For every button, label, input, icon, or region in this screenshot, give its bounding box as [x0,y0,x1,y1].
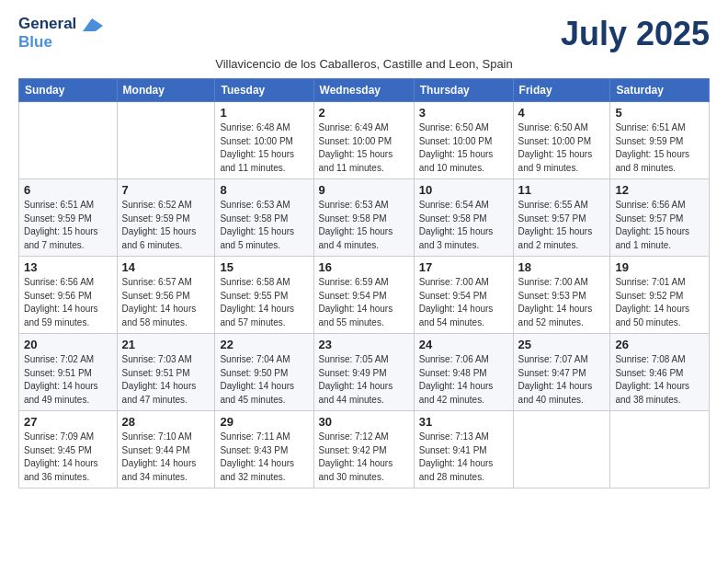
calendar-cell: 29Sunrise: 7:11 AM Sunset: 9:43 PM Dayli… [215,411,313,488]
calendar-cell [610,411,710,488]
day-info: Sunrise: 6:56 AM Sunset: 9:57 PM Dayligh… [615,199,704,252]
day-number: 15 [220,260,308,274]
day-number: 25 [518,338,606,351]
logo: General Blue [18,15,103,51]
svg-marker-0 [83,18,103,31]
weekday-header-sunday: Sunday [19,79,118,102]
calendar-cell: 17Sunrise: 7:00 AM Sunset: 9:54 PM Dayli… [414,257,513,334]
day-info: Sunrise: 6:50 AM Sunset: 10:00 PM Daylig… [518,121,606,175]
day-info: Sunrise: 7:05 AM Sunset: 9:49 PM Dayligh… [319,353,409,407]
calendar-cell: 7Sunrise: 6:52 AM Sunset: 9:59 PM Daylig… [117,179,215,257]
day-number: 22 [220,338,308,351]
calendar-cell: 27Sunrise: 7:09 AM Sunset: 9:45 PM Dayli… [19,411,118,488]
day-number: 26 [615,338,704,351]
logo-text: General [18,15,103,33]
calendar-cell: 6Sunrise: 6:51 AM Sunset: 9:59 PM Daylig… [19,179,118,257]
day-info: Sunrise: 6:56 AM Sunset: 9:56 PM Dayligh… [24,276,112,329]
day-number: 14 [122,260,210,274]
logo-subtext: Blue [18,33,52,52]
day-info: Sunrise: 6:58 AM Sunset: 9:55 PM Dayligh… [220,276,308,329]
calendar-table: SundayMondayTuesdayWednesdayThursdayFrid… [18,78,710,488]
calendar-cell: 9Sunrise: 6:53 AM Sunset: 9:58 PM Daylig… [313,179,414,257]
day-number: 13 [24,260,112,274]
calendar-cell [513,411,610,488]
calendar-cell: 23Sunrise: 7:05 AM Sunset: 9:49 PM Dayli… [313,334,414,411]
day-number: 7 [122,183,210,197]
day-info: Sunrise: 7:04 AM Sunset: 9:50 PM Dayligh… [220,353,308,407]
day-number: 18 [518,260,606,274]
day-info: Sunrise: 6:51 AM Sunset: 9:59 PM Dayligh… [615,121,704,175]
weekday-header-saturday: Saturday [610,79,710,102]
weekday-header-friday: Friday [513,79,610,102]
day-number: 21 [122,338,210,351]
day-info: Sunrise: 6:48 AM Sunset: 10:00 PM Daylig… [220,121,308,175]
calendar-cell: 14Sunrise: 6:57 AM Sunset: 9:56 PM Dayli… [117,257,215,334]
calendar-cell: 21Sunrise: 7:03 AM Sunset: 9:51 PM Dayli… [117,334,215,411]
calendar-cell: 1Sunrise: 6:48 AM Sunset: 10:00 PM Dayli… [215,102,313,179]
calendar-cell [19,102,118,179]
calendar-cell: 26Sunrise: 7:08 AM Sunset: 9:46 PM Dayli… [610,334,710,411]
calendar-cell: 30Sunrise: 7:12 AM Sunset: 9:42 PM Dayli… [313,411,414,488]
calendar-cell: 4Sunrise: 6:50 AM Sunset: 10:00 PM Dayli… [513,102,610,179]
day-number: 3 [419,106,508,120]
day-number: 12 [615,183,704,197]
day-number: 23 [319,338,409,351]
calendar-cell: 24Sunrise: 7:06 AM Sunset: 9:48 PM Dayli… [414,334,513,411]
day-number: 5 [615,106,704,120]
day-info: Sunrise: 6:53 AM Sunset: 9:58 PM Dayligh… [319,199,409,252]
calendar-cell: 15Sunrise: 6:58 AM Sunset: 9:55 PM Dayli… [215,257,313,334]
calendar-cell: 28Sunrise: 7:10 AM Sunset: 9:44 PM Dayli… [117,411,215,488]
day-info: Sunrise: 7:08 AM Sunset: 9:46 PM Dayligh… [615,353,704,407]
day-info: Sunrise: 7:01 AM Sunset: 9:52 PM Dayligh… [615,276,704,329]
day-info: Sunrise: 7:12 AM Sunset: 9:42 PM Dayligh… [319,431,409,484]
weekday-header-wednesday: Wednesday [313,79,414,102]
calendar-cell: 12Sunrise: 6:56 AM Sunset: 9:57 PM Dayli… [610,179,710,257]
weekday-header-thursday: Thursday [414,79,513,102]
calendar-cell: 11Sunrise: 6:55 AM Sunset: 9:57 PM Dayli… [513,179,610,257]
calendar-cell: 19Sunrise: 7:01 AM Sunset: 9:52 PM Dayli… [610,257,710,334]
calendar-cell: 25Sunrise: 7:07 AM Sunset: 9:47 PM Dayli… [513,334,610,411]
day-info: Sunrise: 6:57 AM Sunset: 9:56 PM Dayligh… [122,276,210,329]
day-number: 8 [220,183,308,197]
day-info: Sunrise: 7:10 AM Sunset: 9:44 PM Dayligh… [122,431,210,484]
day-number: 1 [220,106,308,120]
day-info: Sunrise: 6:54 AM Sunset: 9:58 PM Dayligh… [419,199,508,252]
day-info: Sunrise: 6:51 AM Sunset: 9:59 PM Dayligh… [24,199,112,252]
day-info: Sunrise: 6:50 AM Sunset: 10:00 PM Daylig… [419,121,508,175]
month-title: July 2025 [561,15,710,53]
day-number: 20 [24,338,112,351]
day-number: 28 [122,415,210,429]
day-info: Sunrise: 7:02 AM Sunset: 9:51 PM Dayligh… [24,353,112,407]
calendar-cell: 10Sunrise: 6:54 AM Sunset: 9:58 PM Dayli… [414,179,513,257]
day-number: 27 [24,415,112,429]
day-info: Sunrise: 6:55 AM Sunset: 9:57 PM Dayligh… [518,199,606,252]
day-number: 11 [518,183,606,197]
day-number: 19 [615,260,704,274]
day-number: 16 [319,260,409,274]
day-number: 2 [319,106,409,120]
subtitle: Villavicencio de los Caballeros, Castill… [18,57,710,71]
day-info: Sunrise: 6:49 AM Sunset: 10:00 PM Daylig… [319,121,409,175]
calendar-cell: 3Sunrise: 6:50 AM Sunset: 10:00 PM Dayli… [414,102,513,179]
day-info: Sunrise: 7:00 AM Sunset: 9:54 PM Dayligh… [419,276,508,329]
calendar-cell [117,102,215,179]
day-info: Sunrise: 7:00 AM Sunset: 9:53 PM Dayligh… [518,276,606,329]
day-info: Sunrise: 7:11 AM Sunset: 9:43 PM Dayligh… [220,431,308,484]
calendar-cell: 16Sunrise: 6:59 AM Sunset: 9:54 PM Dayli… [313,257,414,334]
day-info: Sunrise: 6:59 AM Sunset: 9:54 PM Dayligh… [319,276,409,329]
calendar-cell: 5Sunrise: 6:51 AM Sunset: 9:59 PM Daylig… [610,102,710,179]
day-info: Sunrise: 7:13 AM Sunset: 9:41 PM Dayligh… [419,431,508,484]
day-number: 31 [419,415,508,429]
day-number: 29 [220,415,308,429]
day-number: 17 [419,260,508,274]
day-number: 6 [24,183,112,197]
day-number: 9 [319,183,409,197]
calendar-cell: 20Sunrise: 7:02 AM Sunset: 9:51 PM Dayli… [19,334,118,411]
day-info: Sunrise: 7:03 AM Sunset: 9:51 PM Dayligh… [122,353,210,407]
day-number: 10 [419,183,508,197]
weekday-header-tuesday: Tuesday [215,79,313,102]
calendar-cell: 18Sunrise: 7:00 AM Sunset: 9:53 PM Dayli… [513,257,610,334]
day-info: Sunrise: 7:07 AM Sunset: 9:47 PM Dayligh… [518,353,606,407]
day-number: 4 [518,106,606,120]
calendar-cell: 2Sunrise: 6:49 AM Sunset: 10:00 PM Dayli… [313,102,414,179]
